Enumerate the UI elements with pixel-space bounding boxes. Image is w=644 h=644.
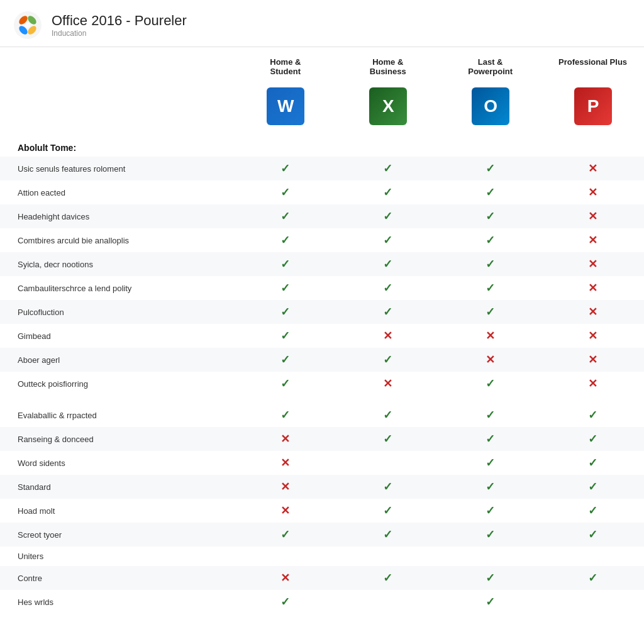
col-1-value: ✓ [234,300,336,324]
feature-label: Hes wrlds [0,590,234,614]
comparison-table: Home &Student Home &Business Last &Power… [0,47,644,614]
app-header: Office 2016 - Poureler Inducation [0,0,644,47]
table-row: Hes wrlds ✓ ✓ [0,590,644,614]
feature-label: Cambauliterschrce a lend polity [0,276,234,300]
col-4-value: ✕ [541,228,644,252]
col-4-value: ✕ [541,324,644,348]
col-2-value: ✓ [336,228,439,252]
col-3-value: ✓ [439,252,541,276]
col-2-value: ✓ [336,475,439,499]
col-1-value: ✓ [234,180,336,204]
feature-label: Uniters [0,547,234,566]
table-row: Uniters [0,547,644,566]
icon-row: W X O P [0,81,644,135]
col-2-value [336,590,439,614]
col-1-value: ✓ [234,348,336,372]
col-2-value: ✓ [336,427,439,451]
col-4-value: ✓ [541,523,644,547]
col-4-value: ✕ [541,372,644,396]
col-3-value: ✓ [439,204,541,228]
section-header-1: Abolult Tome: [0,135,644,157]
table-row: Syicla, decr nootions ✓ ✓ ✓ ✕ [0,252,644,276]
col-1-value: ✕ [234,451,336,475]
table-row: Screot tyoer ✓ ✓ ✓ ✓ [0,523,644,547]
col-1-value [234,547,336,566]
col-1-value: ✓ [234,204,336,228]
col-3-value: ✓ [439,300,541,324]
col-3-value: ✓ [439,523,541,547]
table-row: Pulcofluction ✓ ✓ ✓ ✕ [0,300,644,324]
feature-label: Usic senuls features roloment [0,157,234,180]
col-header-home-student: Home &Student [234,47,336,81]
table-row: Standard ✕ ✓ ✓ ✓ [0,475,644,499]
col-4-value: ✓ [541,403,644,427]
col-1-value: ✕ [234,475,336,499]
powerpoint-icon: P [574,87,612,125]
feature-label: Word sidents [0,451,234,475]
col-1-value: ✕ [234,566,336,590]
feature-label: Attion eacted [0,180,234,204]
excel-icon-cell: X [336,81,439,135]
col-2-value: ✓ [336,566,439,590]
col-3-value: ✓ [439,372,541,396]
col-2-value [336,451,439,475]
header-text: Office 2016 - Poureler Inducation [52,13,187,38]
table-row: Gimbead ✓ ✕ ✕ ✕ [0,324,644,348]
col-2-value: ✓ [336,499,439,523]
section-spacer [0,396,644,403]
col-2-value [336,547,439,566]
icon-row-feature-col [0,81,234,135]
table-row: Outteck poisfiorring ✓ ✕ ✓ ✕ [0,372,644,396]
col-1-value: ✓ [234,523,336,547]
feature-label: Ranseing & donceed [0,427,234,451]
col-3-value: ✓ [439,403,541,427]
col-3-value: ✓ [439,451,541,475]
col-1-value: ✓ [234,590,336,614]
col-3-value: ✓ [439,499,541,523]
col-3-value: ✓ [439,590,541,614]
col-3-value: ✓ [439,475,541,499]
feature-label: Screot tyoer [0,523,234,547]
col-2-value: ✓ [336,276,439,300]
feature-label: Aboer agerl [0,348,234,372]
table-row: Headehight davices ✓ ✓ ✓ ✕ [0,204,644,228]
col-4-value: ✕ [541,180,644,204]
table-row: Contre ✕ ✓ ✓ ✓ [0,566,644,590]
feature-label: Syicla, decr nootions [0,252,234,276]
feature-label: Pulcofluction [0,300,234,324]
col-header-professional-plus: Professional Plus [541,47,644,81]
svg-point-5 [25,23,30,28]
col-3-value: ✕ [439,324,541,348]
word-icon-cell: W [234,81,336,135]
col-3-value: ✓ [439,180,541,204]
col-3-value: ✓ [439,566,541,590]
col-4-value: ✕ [541,300,644,324]
col-2-value: ✕ [336,324,439,348]
outlook-icon: O [472,87,509,125]
section-1-title: Abolult Tome: [0,135,644,157]
col-2-value: ✓ [336,157,439,180]
col-header-home-business: Home &Business [336,47,439,81]
col-3-value: ✓ [439,276,541,300]
col-4-value: ✓ [541,475,644,499]
col-1-value: ✕ [234,427,336,451]
col-4-value: ✓ [541,427,644,451]
col-1-value: ✓ [234,228,336,252]
col-1-value: ✓ [234,324,336,348]
col-4-value: ✕ [541,276,644,300]
col-3-value: ✕ [439,348,541,372]
col-4-value [541,590,644,614]
col-4-value: ✕ [541,348,644,372]
col-2-value: ✕ [336,372,439,396]
col-4-value: ✕ [541,157,644,180]
table-row: Aboer agerl ✓ ✓ ✕ ✕ [0,348,644,372]
column-header-row: Home &Student Home &Business Last &Power… [0,47,644,81]
app-subtitle: Inducation [52,29,187,38]
word-icon: W [267,87,304,125]
col-1-value: ✓ [234,157,336,180]
col-1-value: ✓ [234,403,336,427]
powerpoint-icon-cell: P [541,81,644,135]
feature-label: Contre [0,566,234,590]
table-row: Attion eacted ✓ ✓ ✓ ✕ [0,180,644,204]
office-logo [13,10,43,40]
